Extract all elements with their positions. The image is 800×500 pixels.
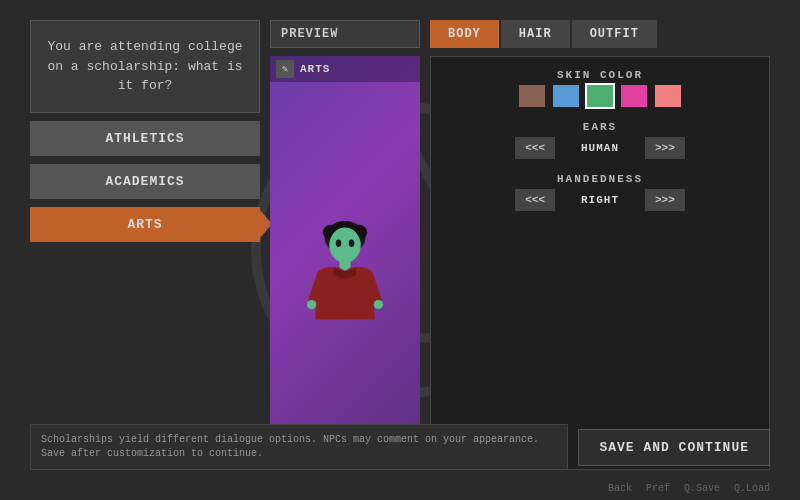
swatch-light-pink[interactable]: [655, 85, 681, 107]
ears-label: EARS: [447, 121, 753, 133]
preview-character: ✎ ARTS: [270, 56, 420, 470]
choice-arts[interactable]: ARTS: [30, 207, 260, 242]
handedness-next-btn[interactable]: >>>: [645, 189, 685, 211]
character-name-row: ✎ ARTS: [270, 56, 420, 82]
svg-point-9: [336, 240, 342, 247]
swatch-blue[interactable]: [553, 85, 579, 107]
hint-text: Scholarships yield different dialogue op…: [30, 424, 568, 470]
handedness-section: HANDEDNESS <<< RIGHT >>>: [447, 173, 753, 211]
ears-section: EARS <<< HUMAN >>>: [447, 121, 753, 159]
svg-point-12: [307, 300, 316, 309]
choice-athletics[interactable]: ATHLETICS: [30, 121, 260, 156]
left-panel: You are attending college on a scholarsh…: [30, 20, 260, 470]
bottom-bar: Scholarships yield different dialogue op…: [30, 424, 770, 470]
ears-next-btn[interactable]: >>>: [645, 137, 685, 159]
handedness-value: RIGHT: [565, 194, 635, 206]
skin-color-section: SKIN COLOR: [447, 69, 753, 107]
tab-outfit[interactable]: OUTFIT: [572, 20, 657, 48]
middle-panel: PREVIEW ✎ ARTS: [270, 20, 420, 470]
skin-color-label: SKIN COLOR: [447, 69, 753, 81]
skin-color-row: [447, 85, 753, 107]
swatch-green[interactable]: [587, 85, 613, 107]
swatch-brown[interactable]: [519, 85, 545, 107]
swatch-pink[interactable]: [621, 85, 647, 107]
ears-value: HUMAN: [565, 142, 635, 154]
question-text: You are attending college on a scholarsh…: [43, 37, 247, 96]
ears-selector: <<< HUMAN >>>: [447, 137, 753, 159]
choice-academics[interactable]: ACADEMICS: [30, 164, 260, 199]
character-avatar: [295, 208, 395, 338]
footer-back[interactable]: Back: [608, 483, 632, 494]
right-panel: BODY HAIR OUTFIT SKIN COLOR: [430, 20, 770, 470]
handedness-selector: <<< RIGHT >>>: [447, 189, 753, 211]
footer-quicksave[interactable]: Q.Save: [684, 483, 720, 494]
footer-quickload[interactable]: Q.Load: [734, 483, 770, 494]
footer-pref[interactable]: Pref: [646, 483, 670, 494]
save-and-continue-button[interactable]: SAVE AND CONTINUE: [578, 429, 770, 466]
tab-body[interactable]: BODY: [430, 20, 499, 48]
svg-point-13: [374, 300, 383, 309]
question-box: You are attending college on a scholarsh…: [30, 20, 260, 113]
preview-label: PREVIEW: [270, 20, 420, 48]
tab-hair[interactable]: HAIR: [501, 20, 570, 48]
character-name-label: ARTS: [300, 63, 330, 75]
handedness-label: HANDEDNESS: [447, 173, 753, 185]
handedness-prev-btn[interactable]: <<<: [515, 189, 555, 211]
svg-point-10: [349, 240, 355, 247]
footer-bar: Back Pref Q.Save Q.Load: [608, 483, 770, 494]
tab-row: BODY HAIR OUTFIT: [430, 20, 770, 48]
customization-panel: SKIN COLOR EARS <<< HUMAN: [430, 56, 770, 470]
svg-point-8: [329, 228, 361, 263]
main-container: You are attending college on a scholarsh…: [30, 20, 770, 470]
ears-prev-btn[interactable]: <<<: [515, 137, 555, 159]
pencil-icon[interactable]: ✎: [276, 60, 294, 78]
